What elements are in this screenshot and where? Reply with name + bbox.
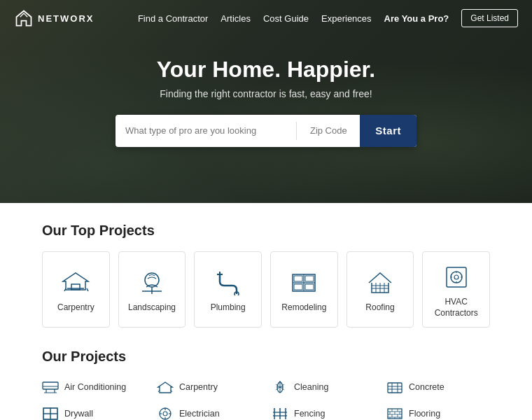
roofing-icon: [365, 269, 396, 295]
search-bar: Start: [115, 115, 416, 147]
logo[interactable]: NETWORX: [14, 8, 94, 28]
svg-rect-8: [294, 276, 302, 281]
project-landscaping[interactable]: Landscaping: [118, 251, 186, 328]
svg-point-19: [454, 275, 458, 279]
logo-text: NETWORX: [38, 13, 94, 24]
zip-input[interactable]: [297, 125, 360, 136]
carpentry-label: Carpentry: [57, 302, 94, 314]
cleaning-icon: [272, 380, 288, 394]
svg-rect-29: [388, 383, 402, 393]
carpentry-icon: [60, 269, 91, 295]
project-remodeling[interactable]: Remodeling: [270, 251, 338, 328]
get-listed-button[interactable]: Get Listed: [461, 9, 518, 27]
project-roofing[interactable]: Roofing: [346, 251, 414, 328]
our-project-carpentry[interactable]: Carpentry: [157, 377, 260, 397]
landscaping-label: Landscaping: [128, 302, 176, 314]
project-carpentry[interactable]: Carpentry: [42, 251, 110, 328]
fencing-icon: [272, 407, 288, 420]
svg-point-40: [163, 412, 167, 416]
search-input[interactable]: [115, 125, 296, 136]
plumbing-label: Plumbing: [211, 302, 246, 314]
start-button[interactable]: Start: [360, 115, 416, 147]
our-project-concrete[interactable]: Concrete: [386, 377, 490, 397]
project-plumbing[interactable]: Plumbing: [194, 251, 262, 328]
svg-rect-11: [305, 284, 314, 290]
drywall-label: Drywall: [64, 409, 93, 419]
nav-articles[interactable]: Articles: [220, 13, 251, 24]
our-project-drywall[interactable]: Drywall: [42, 404, 146, 420]
nav-find-contractor[interactable]: Find a Contractor: [138, 13, 208, 24]
electrician-label: Electrician: [179, 409, 220, 419]
our-carpentry-label: Carpentry: [179, 382, 218, 392]
svg-rect-38: [50, 414, 57, 419]
flooring-icon: [386, 407, 403, 420]
landscaping-icon: [136, 269, 167, 295]
hero-subtitle: Finding the right contractor is fast, ea…: [115, 88, 416, 99]
nav-experiences[interactable]: Experiences: [321, 13, 372, 24]
ac-label: Air Conditioning: [64, 382, 126, 392]
electrician-icon: [157, 407, 174, 420]
our-project-cleaning[interactable]: Cleaning: [272, 377, 375, 397]
fencing-label: Fencing: [294, 409, 325, 419]
nav-are-you-pro[interactable]: Are You a Pro?: [384, 13, 449, 24]
remodeling-icon: [288, 269, 319, 295]
nav-cost-guide[interactable]: Cost Guide: [263, 13, 309, 24]
svg-rect-17: [447, 267, 466, 287]
our-project-flooring[interactable]: Flooring: [386, 404, 490, 420]
ac-icon: [42, 380, 59, 394]
hvac-label: HVACContractors: [435, 297, 478, 318]
hero-content: Your Home. Happier. Finding the right co…: [115, 57, 416, 147]
top-projects-title: Our Top Projects: [42, 223, 490, 239]
our-project-electrician[interactable]: Electrician: [157, 404, 260, 420]
svg-point-18: [451, 272, 462, 283]
drywall-icon: [42, 407, 59, 420]
concrete-label: Concrete: [409, 382, 444, 392]
hero-title: Your Home. Happier.: [115, 57, 416, 83]
top-projects-grid: Carpentry Landscaping Plumbing: [42, 251, 490, 328]
main-nav: Find a Contractor Articles Cost Guide Ex…: [138, 9, 518, 27]
svg-rect-9: [305, 276, 314, 281]
our-projects-grid: Air Conditioning Carpentry Cleaning: [42, 377, 490, 420]
flooring-label: Flooring: [409, 409, 440, 419]
our-project-ac[interactable]: Air Conditioning: [42, 377, 146, 397]
site-header: NETWORX Find a Contractor Articles Cost …: [0, 0, 532, 36]
our-projects-title: Our Projects: [42, 349, 490, 365]
our-project-fencing[interactable]: Fencing: [272, 404, 375, 420]
svg-rect-10: [294, 284, 302, 290]
svg-rect-24: [43, 382, 58, 389]
our-carpentry-icon: [157, 380, 174, 394]
plumbing-icon: [213, 269, 244, 295]
concrete-icon: [386, 380, 403, 394]
main-content: Our Top Projects Carpentry Landscaping: [0, 203, 532, 420]
svg-rect-37: [43, 414, 50, 419]
project-hvac[interactable]: HVACContractors: [422, 251, 490, 328]
svg-rect-35: [43, 408, 50, 414]
logo-icon: [14, 8, 34, 28]
roofing-label: Roofing: [365, 302, 394, 314]
svg-rect-0: [71, 284, 80, 290]
hvac-icon: [441, 263, 472, 290]
cleaning-label: Cleaning: [294, 382, 328, 392]
svg-rect-36: [50, 408, 57, 414]
remodeling-label: Remodeling: [281, 302, 326, 314]
